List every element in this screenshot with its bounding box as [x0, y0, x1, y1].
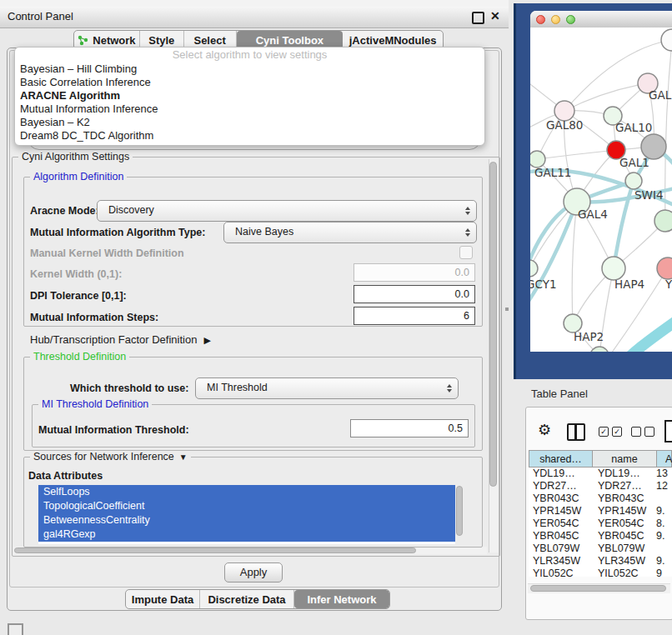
list-item-selected[interactable]: BetweennessCentrality	[38, 513, 455, 528]
cell-name: YLR345W	[592, 555, 656, 568]
export-table-icon[interactable]	[664, 420, 672, 442]
node-gal11[interactable]	[530, 151, 545, 168]
combo-arrows-icon	[447, 384, 452, 392]
dpi-tolerance-label: DPI Tolerance [0,1]:	[30, 290, 127, 302]
algorithm-option[interactable]: Basic Correlation Inference	[15, 76, 484, 89]
table-row[interactable]: YBR043C YBR043C	[529, 492, 672, 505]
network-window-titlebar[interactable]	[530, 11, 672, 28]
tab-impute-data[interactable]: Impute Data	[126, 590, 200, 608]
tab-infer-network[interactable]: Infer Network	[294, 590, 389, 608]
combo-arrows-icon	[465, 228, 470, 237]
cell-name: YBR043C	[592, 492, 656, 505]
algorithm-option[interactable]: Dream8 DC_TDC Algorithm	[15, 129, 484, 142]
table-row[interactable]: YBL079W YBL079W	[529, 542, 672, 555]
cell-shared-name: YDR27…	[529, 480, 592, 492]
close-window-icon[interactable]	[536, 15, 545, 24]
mi-steps-field[interactable]: 6	[354, 307, 475, 325]
tab-label: Discretize Data	[208, 593, 285, 606]
algorithm-dropdown-popup: Select algorithm to view settings Bayesi…	[14, 47, 485, 146]
node-y[interactable]	[657, 258, 672, 279]
column-manager-icon[interactable]	[567, 423, 585, 441]
float-panel-icon[interactable]	[472, 12, 484, 24]
data-attributes-list: SelfLoops TopologicalCoefficient Between…	[38, 485, 455, 544]
node-gcy1[interactable]	[530, 260, 538, 277]
combo-arrows-icon	[465, 207, 470, 215]
algorithm-option[interactable]: Mutual Information Inference	[15, 102, 484, 116]
table-row[interactable]: YER054C YER054C 8.	[529, 518, 672, 530]
list-vscrollbar-thumb[interactable]	[456, 486, 463, 536]
column-header-shared-name[interactable]: shared…	[529, 450, 593, 468]
node-swi4[interactable]	[625, 172, 642, 189]
cell-name: YBR045C	[592, 530, 656, 542]
screen: Control Panel ✕ Network Style Select Cyn…	[0, 0, 672, 635]
table-row[interactable]: YIL052C YIL052C 9	[529, 568, 672, 577]
table-hscrollbar-thumb[interactable]	[530, 585, 666, 592]
tab-label: Network	[93, 34, 135, 47]
mi-threshold-field[interactable]: 0.5	[350, 419, 469, 438]
node-label: GAL1	[619, 156, 649, 169]
node-table-body: YDL19… YDL19… 13 YDR27… YDR27… 12 YBR043…	[529, 468, 672, 577]
algorithm-option[interactable]: Bayesian – K2	[15, 116, 484, 129]
which-threshold-combobox[interactable]: MI Threshold	[195, 378, 459, 399]
cell-shared-name: YBR045C	[529, 530, 592, 542]
cell-shared-name: YDL19…	[529, 468, 592, 480]
algorithm-option[interactable]: Bayesian – Hill Climbing	[15, 62, 484, 76]
node-hap4[interactable]	[602, 257, 625, 280]
cell-name: YBL079W	[592, 542, 656, 555]
node[interactable]	[654, 210, 672, 232]
list-item-selected[interactable]: gal4RGexp	[38, 528, 455, 542]
cell-name: YDL19…	[592, 468, 656, 480]
aracne-mode-combobox[interactable]: Discovery	[97, 200, 477, 222]
node-label: GAL80	[546, 118, 583, 132]
sources-title-toggle[interactable]: Sources for Network Inference▼	[30, 451, 191, 462]
tab-label: jActiveMNodules	[349, 34, 437, 47]
settings-vscrollbar-thumb[interactable]	[489, 162, 497, 487]
node-label: HAP4	[614, 278, 644, 291]
algorithm-definition-title: Algorithm Definition	[30, 171, 127, 182]
data-attributes-label: Data Attributes	[28, 470, 103, 482]
column-header-partial[interactable]: A	[656, 450, 672, 468]
which-threshold-value: MI Threshold	[207, 382, 268, 393]
table-row[interactable]: YPR145W YPR145W 9.	[529, 505, 672, 518]
select-all-checkboxes-icon[interactable]: ✓ ✓	[599, 427, 622, 437]
threshold-definition-title: Threshold Definition	[30, 351, 129, 362]
mi-threshold-label: Mutual Information Threshold:	[38, 424, 189, 436]
splitter-handle[interactable]	[505, 308, 509, 311]
list-item-selected[interactable]: SelfLoops	[38, 485, 455, 499]
tab-discretize-data[interactable]: Discretize Data	[200, 590, 294, 608]
collapsed-arrow-icon: ▶	[203, 335, 210, 346]
cell-shared-name: YLR345W	[529, 555, 592, 568]
settings-hscrollbar-thumb[interactable]	[14, 548, 416, 553]
deselect-all-checkboxes-icon[interactable]	[631, 427, 654, 437]
sources-title: Sources for Network Inference	[33, 451, 174, 462]
mi-type-combobox[interactable]: Naive Bayes	[223, 222, 477, 243]
kernel-width-field[interactable]: 0.0	[354, 263, 475, 282]
hub-definition-toggle[interactable]: Hub/Transcription Factor Definition▶	[30, 333, 211, 346]
manual-kernel-checkbox[interactable]	[459, 246, 473, 259]
node-label: GAL10	[615, 121, 652, 134]
apply-button[interactable]: Apply	[224, 562, 283, 582]
zoom-window-icon[interactable]	[566, 15, 575, 24]
dpi-tolerance-field[interactable]: 0.0	[354, 285, 475, 303]
column-header-name[interactable]: name	[592, 450, 657, 468]
gear-icon[interactable]: ⚙	[538, 421, 551, 439]
list-item-selected[interactable]: TopologicalCoefficient	[38, 499, 455, 513]
mi-type-label: Mutual Information Algorithm Type:	[30, 227, 205, 238]
table-row[interactable]: YDR27… YDR27… 12	[529, 480, 672, 492]
node-label: GAL4	[578, 208, 608, 221]
node[interactable]	[661, 29, 672, 51]
table-row[interactable]: YBR045C YBR045C 9.	[529, 530, 672, 542]
cell-name: YIL052C	[592, 568, 656, 577]
close-panel-icon[interactable]: ✕	[490, 9, 500, 22]
unchecked-box-icon	[631, 427, 641, 437]
minimized-panel-icon[interactable]	[8, 623, 23, 635]
network-graph: GAL GAL80 GAL10 GAL1 GAL11 SWI4 GAL4 GCY…	[530, 28, 672, 352]
table-row[interactable]: YLR345W YLR345W 9.	[529, 555, 672, 568]
node[interactable]	[590, 347, 609, 352]
algorithm-option-selected[interactable]: ARACNE Algorithm	[15, 89, 484, 102]
network-canvas[interactable]: GAL GAL80 GAL10 GAL1 GAL11 SWI4 GAL4 GCY…	[530, 28, 672, 352]
unchecked-box-icon	[644, 427, 654, 437]
cell-shared-name: YBL079W	[529, 542, 592, 555]
table-row[interactable]: YDL19… YDL19… 13	[529, 468, 672, 480]
minimize-window-icon[interactable]	[551, 15, 560, 24]
